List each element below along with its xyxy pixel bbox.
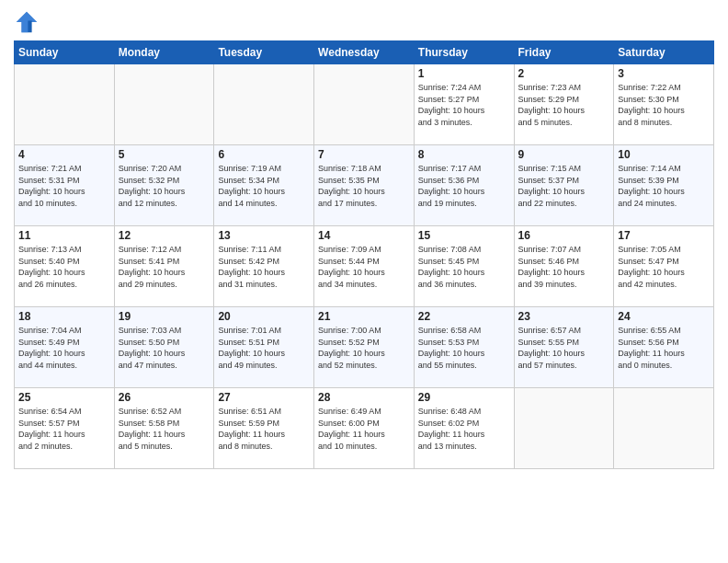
header [14,9,714,35]
day-info: Sunrise: 6:48 AM Sunset: 6:02 PM Dayligh… [418,406,510,452]
day-info: Sunrise: 6:58 AM Sunset: 5:53 PM Dayligh… [418,325,510,371]
calendar-empty [214,64,314,145]
calendar-day-13: 13Sunrise: 7:11 AM Sunset: 5:42 PM Dayli… [214,226,314,307]
day-info: Sunrise: 7:08 AM Sunset: 5:45 PM Dayligh… [418,244,510,290]
col-header-sunday: Sunday [15,41,115,64]
calendar-week-1: 1Sunrise: 7:24 AM Sunset: 5:27 PM Daylig… [15,64,714,145]
day-number: 17 [618,229,710,242]
calendar-day-10: 10Sunrise: 7:14 AM Sunset: 5:39 PM Dayli… [614,145,714,226]
calendar-empty [614,388,714,469]
calendar-week-2: 4Sunrise: 7:21 AM Sunset: 5:31 PM Daylig… [15,145,714,226]
calendar-day-11: 11Sunrise: 7:13 AM Sunset: 5:40 PM Dayli… [15,226,115,307]
calendar-day-20: 20Sunrise: 7:01 AM Sunset: 5:51 PM Dayli… [214,307,314,388]
day-info: Sunrise: 7:21 AM Sunset: 5:31 PM Dayligh… [18,163,110,209]
day-number: 9 [518,148,610,161]
day-number: 3 [618,67,710,80]
day-info: Sunrise: 6:57 AM Sunset: 5:55 PM Dayligh… [518,325,610,371]
day-info: Sunrise: 7:19 AM Sunset: 5:34 PM Dayligh… [218,163,310,209]
day-info: Sunrise: 7:00 AM Sunset: 5:52 PM Dayligh… [318,325,410,371]
day-info: Sunrise: 7:17 AM Sunset: 5:36 PM Dayligh… [418,163,510,209]
day-number: 15 [418,229,510,242]
logo-icon [14,9,40,35]
calendar-day-15: 15Sunrise: 7:08 AM Sunset: 5:45 PM Dayli… [414,226,514,307]
day-info: Sunrise: 6:52 AM Sunset: 5:58 PM Dayligh… [119,406,210,452]
col-header-monday: Monday [114,41,214,64]
calendar-day-3: 3Sunrise: 7:22 AM Sunset: 5:30 PM Daylig… [614,64,714,145]
day-number: 27 [218,391,310,404]
day-info: Sunrise: 7:11 AM Sunset: 5:42 PM Dayligh… [218,244,310,290]
day-number: 20 [218,310,310,323]
day-info: Sunrise: 7:09 AM Sunset: 5:44 PM Dayligh… [318,244,410,290]
day-number: 24 [618,310,710,323]
calendar-day-5: 5Sunrise: 7:20 AM Sunset: 5:32 PM Daylig… [114,145,214,226]
calendar-day-9: 9Sunrise: 7:15 AM Sunset: 5:37 PM Daylig… [514,145,614,226]
day-number: 19 [119,310,210,323]
logo [14,9,43,35]
day-info: Sunrise: 7:13 AM Sunset: 5:40 PM Dayligh… [18,244,110,290]
col-header-wednesday: Wednesday [314,41,415,64]
day-info: Sunrise: 7:12 AM Sunset: 5:41 PM Dayligh… [119,244,210,290]
day-number: 6 [218,148,310,161]
calendar-day-2: 2Sunrise: 7:23 AM Sunset: 5:29 PM Daylig… [514,64,614,145]
col-header-thursday: Thursday [414,41,514,64]
day-number: 16 [518,229,610,242]
calendar-day-14: 14Sunrise: 7:09 AM Sunset: 5:44 PM Dayli… [314,226,415,307]
calendar-day-12: 12Sunrise: 7:12 AM Sunset: 5:41 PM Dayli… [114,226,214,307]
day-info: Sunrise: 7:04 AM Sunset: 5:49 PM Dayligh… [18,325,110,371]
calendar-day-4: 4Sunrise: 7:21 AM Sunset: 5:31 PM Daylig… [15,145,115,226]
calendar-week-5: 25Sunrise: 6:54 AM Sunset: 5:57 PM Dayli… [15,388,714,469]
day-info: Sunrise: 7:22 AM Sunset: 5:30 PM Dayligh… [618,82,710,128]
calendar-day-27: 27Sunrise: 6:51 AM Sunset: 5:59 PM Dayli… [214,388,314,469]
day-number: 28 [318,391,410,404]
calendar-day-28: 28Sunrise: 6:49 AM Sunset: 6:00 PM Dayli… [314,388,415,469]
day-info: Sunrise: 7:14 AM Sunset: 5:39 PM Dayligh… [618,163,710,209]
calendar-day-21: 21Sunrise: 7:00 AM Sunset: 5:52 PM Dayli… [314,307,415,388]
day-number: 21 [318,310,410,323]
calendar-table: SundayMondayTuesdayWednesdayThursdayFrid… [14,40,714,469]
day-info: Sunrise: 6:54 AM Sunset: 5:57 PM Dayligh… [18,406,110,452]
calendar-day-19: 19Sunrise: 7:03 AM Sunset: 5:50 PM Dayli… [114,307,214,388]
day-number: 25 [18,391,110,404]
day-info: Sunrise: 7:18 AM Sunset: 5:35 PM Dayligh… [318,163,410,209]
calendar-day-18: 18Sunrise: 7:04 AM Sunset: 5:49 PM Dayli… [15,307,115,388]
day-number: 23 [518,310,610,323]
day-number: 8 [418,148,510,161]
col-header-saturday: Saturday [614,41,714,64]
day-number: 10 [618,148,710,161]
calendar-empty [514,388,614,469]
svg-marker-1 [17,12,37,32]
day-info: Sunrise: 7:05 AM Sunset: 5:47 PM Dayligh… [618,244,710,290]
calendar-day-6: 6Sunrise: 7:19 AM Sunset: 5:34 PM Daylig… [214,145,314,226]
calendar-week-4: 18Sunrise: 7:04 AM Sunset: 5:49 PM Dayli… [15,307,714,388]
calendar-empty [114,64,214,145]
day-number: 1 [418,67,510,80]
day-info: Sunrise: 7:07 AM Sunset: 5:46 PM Dayligh… [518,244,610,290]
day-number: 26 [119,391,210,404]
day-info: Sunrise: 6:51 AM Sunset: 5:59 PM Dayligh… [218,406,310,452]
calendar-day-22: 22Sunrise: 6:58 AM Sunset: 5:53 PM Dayli… [414,307,514,388]
day-number: 12 [119,229,210,242]
day-info: Sunrise: 7:01 AM Sunset: 5:51 PM Dayligh… [218,325,310,371]
col-header-tuesday: Tuesday [214,41,314,64]
day-number: 4 [18,148,110,161]
calendar-day-29: 29Sunrise: 6:48 AM Sunset: 6:02 PM Dayli… [414,388,514,469]
calendar-day-26: 26Sunrise: 6:52 AM Sunset: 5:58 PM Dayli… [114,388,214,469]
day-info: Sunrise: 7:15 AM Sunset: 5:37 PM Dayligh… [518,163,610,209]
calendar-day-25: 25Sunrise: 6:54 AM Sunset: 5:57 PM Dayli… [15,388,115,469]
day-info: Sunrise: 7:03 AM Sunset: 5:50 PM Dayligh… [119,325,210,371]
calendar-day-23: 23Sunrise: 6:57 AM Sunset: 5:55 PM Dayli… [514,307,614,388]
day-number: 11 [18,229,110,242]
day-number: 14 [318,229,410,242]
day-number: 13 [218,229,310,242]
day-number: 7 [318,148,410,161]
calendar-day-8: 8Sunrise: 7:17 AM Sunset: 5:36 PM Daylig… [414,145,514,226]
page-container: SundayMondayTuesdayWednesdayThursdayFrid… [0,0,728,478]
day-number: 18 [18,310,110,323]
day-number: 29 [418,391,510,404]
day-info: Sunrise: 6:55 AM Sunset: 5:56 PM Dayligh… [618,325,710,371]
day-number: 2 [518,67,610,80]
day-number: 5 [119,148,210,161]
day-info: Sunrise: 7:20 AM Sunset: 5:32 PM Dayligh… [119,163,210,209]
col-header-friday: Friday [514,41,614,64]
day-info: Sunrise: 7:24 AM Sunset: 5:27 PM Dayligh… [418,82,510,128]
